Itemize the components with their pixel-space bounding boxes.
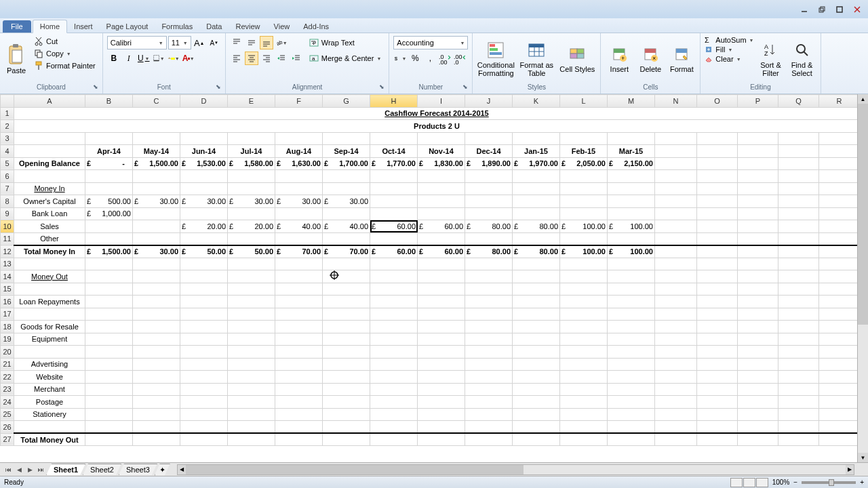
cell-C12[interactable]: £30.00 — [133, 245, 180, 258]
cell-J5[interactable]: £1,890.00 — [465, 157, 513, 170]
cell-C10[interactable] — [133, 220, 180, 233]
decrease-indent-button[interactable] — [275, 52, 288, 65]
col-header-J[interactable]: J — [465, 95, 513, 108]
col-header-N[interactable]: N — [655, 95, 697, 108]
orientation-button[interactable]: ab▼ — [275, 36, 288, 49]
section-money_in[interactable]: Money In — [14, 182, 85, 195]
align-left-button[interactable] — [230, 52, 243, 65]
delete-cells-button[interactable]: ×Delete — [636, 36, 665, 82]
border-button[interactable]: ▼ — [152, 52, 165, 65]
cell-J9[interactable] — [465, 207, 513, 220]
cell-B9[interactable]: £1,000.00 — [85, 207, 133, 220]
cell-F5[interactable]: £1,630.00 — [275, 157, 323, 170]
cell-C27[interactable] — [133, 433, 180, 446]
row-header-24[interactable]: 24 — [1, 396, 14, 409]
paste-button[interactable]: Paste — [4, 36, 28, 82]
new-sheet-button[interactable]: ✦ — [155, 464, 170, 476]
col-header-E[interactable]: E — [228, 95, 275, 108]
font-size-select[interactable]: 11▼ — [168, 36, 191, 49]
cell-H9[interactable] — [370, 207, 418, 220]
cell-E9[interactable] — [228, 207, 275, 220]
row-header-25[interactable]: 25 — [1, 408, 14, 421]
label-opening_balance[interactable]: Opening Balance — [14, 157, 85, 170]
scroll-up-button[interactable]: ▲ — [858, 94, 868, 104]
label-loan_repayments[interactable]: Loan Repayments — [14, 296, 85, 308]
cell-D10[interactable]: £20.00 — [180, 220, 228, 233]
align-right-button[interactable] — [260, 52, 273, 65]
col-header-F[interactable]: F — [275, 95, 323, 108]
hscroll-thumb[interactable] — [186, 465, 524, 474]
align-middle-button[interactable] — [245, 36, 258, 49]
cell-M5[interactable]: £2,150.00 — [608, 157, 655, 170]
month-header[interactable]: Jan-15 — [513, 145, 560, 158]
increase-font-button[interactable]: A▲ — [193, 36, 206, 49]
month-header[interactable]: May-14 — [133, 145, 180, 158]
cell-M27[interactable] — [608, 433, 655, 446]
cell-D5[interactable]: £1,530.00 — [180, 157, 228, 170]
cell-L8[interactable] — [560, 195, 608, 208]
wrap-text-button[interactable]: Wrap Text — [306, 36, 385, 49]
cell-K9[interactable] — [513, 207, 560, 220]
cell-G12[interactable]: £70.00 — [323, 245, 370, 258]
row-header-5[interactable]: 5 — [1, 157, 14, 170]
cell-L12[interactable]: £100.00 — [560, 245, 608, 258]
merge-center-button[interactable]: aMerge & Center▼ — [306, 52, 385, 65]
month-header[interactable]: Aug-14 — [275, 145, 323, 158]
zoom-in-button[interactable]: + — [860, 479, 864, 486]
copy-button[interactable]: Copy▼ — [31, 48, 98, 59]
insert-cells-button[interactable]: +Insert — [605, 36, 633, 82]
cell-I10[interactable]: £60.00 — [418, 220, 465, 233]
zoom-slider[interactable] — [802, 481, 856, 484]
label-equipment[interactable]: Equipment — [14, 333, 85, 346]
sheet-tab-3[interactable]: Sheet3 — [119, 464, 157, 475]
alignment-launcher[interactable]: ⬊ — [378, 83, 386, 92]
tab-page-layout[interactable]: Page Layout — [100, 20, 155, 33]
label-owners_capital[interactable]: Owner's Capital — [14, 195, 85, 208]
cell-C9[interactable] — [133, 207, 180, 220]
cell-H5[interactable]: £1,770.00 — [370, 157, 418, 170]
cell-B8[interactable]: £500.00 — [85, 195, 133, 208]
tab-view[interactable]: View — [267, 20, 297, 33]
cell-E27[interactable] — [228, 433, 275, 446]
cell-G10[interactable]: £40.00 — [323, 220, 370, 233]
tab-review[interactable]: Review — [229, 20, 267, 33]
cell-D8[interactable]: £30.00 — [180, 195, 228, 208]
col-header-C[interactable]: C — [133, 95, 180, 108]
cut-button[interactable]: Cut — [31, 36, 98, 47]
label-bank_loan[interactable]: Bank Loan — [14, 207, 85, 220]
tab-nav-last[interactable]: ⏭ — [35, 464, 46, 475]
col-header-A[interactable]: A — [14, 95, 85, 108]
month-header[interactable]: Nov-14 — [418, 145, 465, 158]
cell-E8[interactable]: £30.00 — [228, 195, 275, 208]
select-all-corner[interactable] — [1, 95, 14, 108]
row-header-21[interactable]: 21 — [1, 358, 14, 371]
cell-G9[interactable] — [323, 207, 370, 220]
label-merchant[interactable]: Merchant — [14, 383, 85, 396]
format-painter-button[interactable]: Format Painter — [31, 60, 98, 71]
restore-button[interactable] — [814, 3, 830, 16]
cell-K10[interactable]: £80.00 — [513, 220, 560, 233]
cell-B12[interactable]: £1,500.00 — [85, 245, 133, 258]
cell-G27[interactable] — [323, 433, 370, 446]
close-button[interactable] — [849, 3, 865, 16]
fill-color-button[interactable]: ▼ — [167, 52, 180, 65]
cell-E12[interactable]: £50.00 — [228, 245, 275, 258]
row-header-7[interactable]: 7 — [1, 182, 14, 195]
row-header-1[interactable]: 1 — [1, 107, 14, 120]
scroll-left-button[interactable]: ◀ — [178, 465, 186, 474]
percent-button[interactable]: % — [408, 52, 422, 65]
label-advertising[interactable]: Advertising — [14, 358, 85, 371]
cell-B10[interactable] — [85, 220, 133, 233]
title-cell[interactable]: Cashflow Forecast 2014-2015 — [14, 107, 860, 120]
col-header-D[interactable]: D — [180, 95, 228, 108]
cell-E10[interactable]: £20.00 — [228, 220, 275, 233]
align-bottom-button[interactable] — [260, 36, 273, 49]
cell-L27[interactable] — [560, 433, 608, 446]
cell-M12[interactable]: £100.00 — [608, 245, 655, 258]
cell-I12[interactable]: £60.00 — [418, 245, 465, 258]
cell-D9[interactable] — [180, 207, 228, 220]
decrease-decimal-button[interactable]: .00.0 — [453, 52, 467, 65]
cell-I5[interactable]: £1,830.00 — [418, 157, 465, 170]
row-header-16[interactable]: 16 — [1, 296, 14, 308]
cell-H12[interactable]: £60.00 — [370, 245, 418, 258]
